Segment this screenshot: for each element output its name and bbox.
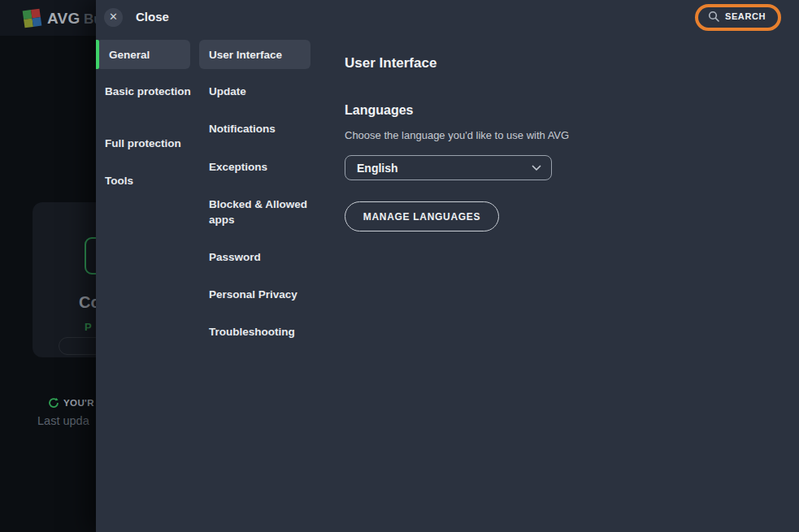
nav-item-exceptions[interactable]: Exceptions <box>209 159 311 175</box>
nav-item-update[interactable]: Update <box>209 84 311 99</box>
last-updated-fragment: Last upda <box>37 414 89 427</box>
nav-item-basic-protection[interactable]: Basic protection <box>105 84 191 99</box>
avg-brand-text: AVG <box>47 10 80 28</box>
close-icon[interactable]: ✕ <box>104 8 123 27</box>
nav-item-label: User Interface <box>209 49 282 61</box>
chevron-down-icon <box>532 165 541 171</box>
nav-item-label: General <box>109 49 150 61</box>
manage-languages-button[interactable]: MANAGE LANGUAGES <box>345 201 499 231</box>
settings-panel: ✕ Close SEARCH General Basic protection … <box>96 0 799 532</box>
nav-item-password[interactable]: Password <box>209 249 311 265</box>
nav-item-tools[interactable]: Tools <box>105 174 191 188</box>
nav-item-general[interactable]: General <box>99 40 190 69</box>
language-description: Choose the language you'd like to use wi… <box>345 129 569 141</box>
nav-item-blocked-allowed-apps[interactable]: Blocked & Allowed apps <box>209 197 311 227</box>
close-button-label[interactable]: Close <box>136 10 169 24</box>
page-title: User Interface <box>345 55 436 71</box>
nav-item-user-interface[interactable]: User Interface <box>199 40 310 69</box>
language-select[interactable]: English <box>345 155 552 180</box>
avg-app-screen: AVG Bus Co P YOU'R Last upda ✕ Close SEA… <box>0 0 799 532</box>
card-status-fragment: P <box>85 321 92 333</box>
nav-item-full-protection[interactable]: Full protection <box>105 136 191 151</box>
languages-section-title: Languages <box>345 103 413 118</box>
nav-item-personal-privacy[interactable]: Personal Privacy <box>209 287 311 302</box>
avg-logo-icon <box>21 7 43 29</box>
nav-item-troubleshooting[interactable]: Troubleshooting <box>209 324 311 340</box>
language-select-value: English <box>345 162 532 175</box>
annotation-highlight-ring <box>695 4 781 31</box>
nav-item-notifications[interactable]: Notifications <box>209 121 311 136</box>
refresh-icon <box>48 397 59 409</box>
status-line-fragment: YOU'R <box>63 398 94 408</box>
